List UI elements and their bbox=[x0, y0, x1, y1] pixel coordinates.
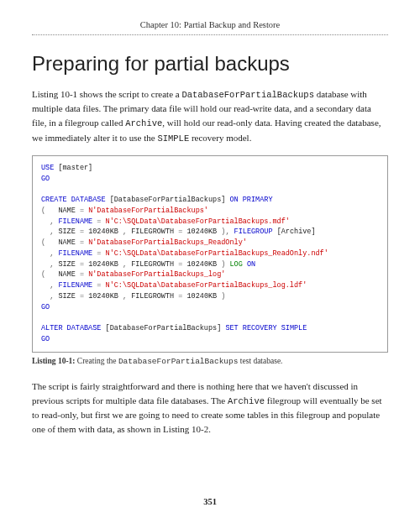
tok bbox=[41, 228, 50, 236]
tok: NAME bbox=[45, 238, 80, 247]
tok bbox=[41, 249, 50, 258]
str: N'C:\SQLData\DatabaseForPartialBackups.m… bbox=[101, 217, 289, 226]
page-number: 351 bbox=[0, 497, 420, 506]
listing-t1: Creating the bbox=[75, 357, 118, 365]
kw: ON bbox=[229, 196, 238, 204]
kw: CREATE bbox=[41, 196, 67, 204]
intro-paragraph: Listing 10-1 shows the script to create … bbox=[32, 87, 388, 145]
listing-db: DatabaseForPartialBackups bbox=[118, 357, 239, 366]
tok: [DatabaseForPartialBackups] bbox=[101, 324, 225, 332]
tok: 10240KB bbox=[182, 228, 221, 236]
listing-label: Listing 10-1: bbox=[32, 357, 75, 365]
tok: SIZE bbox=[54, 228, 80, 236]
tok: FILEGROWTH bbox=[127, 228, 178, 236]
kw: RECOVERY bbox=[239, 324, 277, 332]
outro-paragraph: The script is fairly straightforward and… bbox=[32, 379, 388, 437]
kw: GO bbox=[41, 335, 50, 343]
tok: 10240KB bbox=[182, 260, 221, 269]
tok: 10240KB bbox=[84, 260, 123, 269]
kw: USE bbox=[41, 164, 54, 172]
kw: ALTER bbox=[41, 324, 63, 332]
intro-fg: Archive bbox=[125, 118, 162, 128]
kw: GO bbox=[41, 303, 50, 311]
intro-t1: Listing 10-1 shows the script to create … bbox=[32, 89, 181, 99]
kw: SET bbox=[225, 324, 238, 332]
tok bbox=[41, 217, 50, 226]
tok bbox=[41, 260, 50, 269]
punct: ), bbox=[221, 228, 229, 236]
str: N'C:\SQLData\DatabaseForPartialBackups_l… bbox=[101, 281, 307, 290]
code-listing: USE [master] GO CREATE DATABASE [Databas… bbox=[32, 155, 388, 353]
tok: [DatabaseForPartialBackups] bbox=[106, 196, 230, 204]
tok: SIZE bbox=[54, 260, 80, 269]
tok: NAME bbox=[45, 207, 80, 215]
tok: [Archive] bbox=[273, 228, 316, 236]
kw: FILEGROUP bbox=[230, 228, 273, 236]
str: N'DatabaseForPartialBackups_ReadOnly' bbox=[84, 238, 247, 247]
tok: NAME bbox=[45, 270, 80, 279]
tok: SIZE bbox=[54, 292, 80, 301]
intro-t4: recovery model. bbox=[189, 133, 251, 143]
outro-fg: Archive bbox=[228, 396, 265, 406]
kw: FILENAME bbox=[54, 281, 97, 290]
section-title: Preparing for partial backups bbox=[32, 52, 388, 76]
kw: PRIMARY bbox=[239, 196, 273, 204]
tok: 10240KB bbox=[84, 292, 123, 301]
intro-rm: SIMPLE bbox=[157, 133, 189, 144]
tok bbox=[41, 292, 50, 301]
kw: LOG bbox=[225, 260, 242, 269]
str: N'C:\SQLData\DatabaseForPartialBackups_R… bbox=[101, 249, 328, 258]
kw: GO bbox=[41, 175, 50, 183]
str: N'DatabaseForPartialBackups' bbox=[84, 207, 208, 215]
intro-db: DatabaseForPartialBackups bbox=[181, 90, 314, 100]
str: N'DatabaseForPartialBackups_log' bbox=[84, 270, 225, 279]
kw: DATABASE bbox=[63, 324, 102, 332]
tok: FILEGROWTH bbox=[127, 292, 178, 301]
tok bbox=[41, 281, 50, 290]
tok: 10240KB bbox=[84, 228, 123, 236]
chapter-header: Chapter 10: Partial Backup and Restore bbox=[32, 20, 388, 35]
kw: SIMPLE bbox=[277, 324, 307, 332]
tok: [master] bbox=[54, 164, 92, 172]
tok: 10240KB bbox=[182, 292, 221, 301]
punct: ) bbox=[221, 292, 225, 301]
kw: ON bbox=[243, 260, 255, 269]
kw: FILENAME bbox=[54, 217, 97, 226]
tok: FILEGROWTH bbox=[127, 260, 178, 269]
kw: DATABASE bbox=[67, 196, 106, 204]
listing-caption: Listing 10-1: Creating the DatabaseForPa… bbox=[32, 357, 388, 366]
listing-t2: test database. bbox=[238, 357, 282, 365]
kw: FILENAME bbox=[54, 249, 97, 258]
